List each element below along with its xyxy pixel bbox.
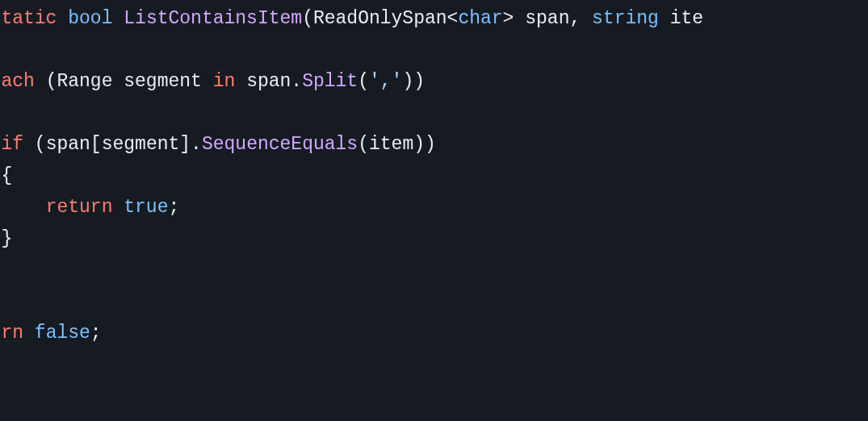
- sp: [57, 8, 68, 29]
- ident-item: item: [369, 134, 413, 155]
- type-string: string: [592, 8, 659, 29]
- punct: (: [23, 134, 46, 155]
- punct: )): [402, 71, 425, 92]
- keyword-return: return: [46, 197, 113, 218]
- func-split: Split: [302, 71, 358, 92]
- punct: <: [447, 8, 459, 29]
- punct: ,: [569, 8, 592, 29]
- punct: ;: [90, 323, 102, 344]
- punct: ]: [179, 134, 191, 155]
- keyword-if: if: [1, 134, 23, 155]
- code-line-3: oreach (Range segment in span.Split(',')…: [0, 71, 425, 92]
- literal-true: true: [124, 197, 168, 218]
- string-comma: ',': [369, 71, 402, 92]
- type-readonlyspan: ReadOnlySpan: [313, 8, 447, 29]
- indent: [0, 197, 46, 218]
- sp: [23, 323, 35, 344]
- keyword-foreach: oreach: [0, 71, 35, 92]
- ident-span: span: [246, 71, 291, 92]
- literal-false: false: [35, 323, 90, 344]
- sp: [112, 197, 124, 218]
- sp: [659, 8, 670, 29]
- type-bool: bool: [68, 8, 112, 29]
- type-char: char: [458, 8, 502, 29]
- code-block: c static bool ListContainsItem(ReadOnlyS…: [0, 3, 836, 349]
- sp: [112, 8, 124, 29]
- func-name: ListContainsItem: [124, 8, 302, 29]
- punct: )): [413, 134, 436, 155]
- sp: [514, 8, 525, 29]
- ident-span: span: [46, 134, 90, 155]
- punct: (: [302, 8, 313, 29]
- keyword-in: in: [213, 71, 236, 92]
- code-line-8: }: [0, 228, 12, 249]
- punct: .: [291, 71, 302, 92]
- func-sequenceequals: SequenceEquals: [202, 134, 358, 155]
- punct: (: [358, 134, 369, 155]
- sp: [112, 71, 124, 92]
- var-segment: segment: [102, 134, 180, 155]
- var-segment: segment: [124, 71, 202, 92]
- code-line-5: if (span[segment].SequenceEquals(item)): [0, 134, 436, 155]
- punct: ;: [168, 197, 179, 218]
- sp: [235, 71, 246, 92]
- punct: .: [191, 134, 202, 155]
- sp: [202, 71, 213, 92]
- brace: {: [1, 165, 12, 186]
- type-range: Range: [57, 71, 112, 92]
- keyword-return: eturn: [0, 323, 23, 344]
- param-span: span: [525, 8, 569, 29]
- param-item: ite: [670, 8, 703, 29]
- code-line-11: eturn false;: [0, 323, 102, 344]
- punct: (: [35, 71, 57, 92]
- brace: }: [1, 228, 12, 249]
- punct: (: [358, 71, 369, 92]
- punct: >: [503, 8, 514, 29]
- punct: [: [90, 134, 102, 155]
- code-line-1: c static bool ListContainsItem(ReadOnlyS…: [0, 8, 703, 29]
- code-line-7: return true;: [0, 197, 179, 218]
- keyword-static: static: [0, 8, 57, 29]
- code-line-6: {: [0, 165, 12, 186]
